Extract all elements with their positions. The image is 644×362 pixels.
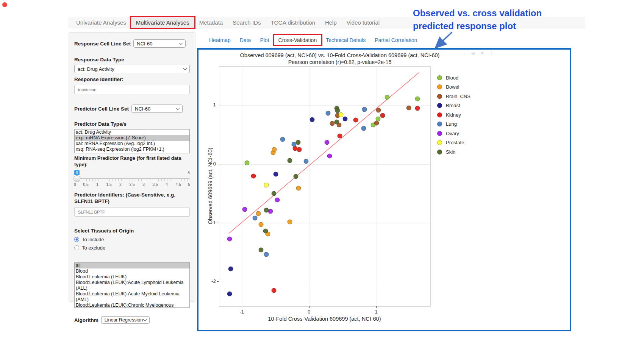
result-tab-partial-correlation[interactable]: Partial Correlation [370, 35, 422, 45]
trend-line [219, 67, 430, 306]
result-tab-plot[interactable]: Plot [255, 35, 274, 45]
scatter-point-ovary [275, 198, 280, 203]
tissue-option-blood-leukemia-leuk-acute-myeloid-leukem[interactable]: Blood:Leukemia (LEUK):Acute Myeloid Leuk… [75, 291, 189, 303]
tissue-option-blood-leukemia-leuk[interactable]: Blood:Leukemia (LEUK) [75, 274, 189, 280]
predictor-cell-line-set-select[interactable]: NCI-60 [131, 105, 183, 113]
slider-tick-label: 2 [119, 183, 122, 187]
tissue-option-blood-leukemia-leuk-acute-lymphoid-leuke[interactable]: Blood:Leukemia (LEUK):Acute Lymphoid Leu… [75, 280, 189, 291]
predictor-identifiers-input[interactable] [74, 207, 190, 217]
scatter-point-prostate [264, 183, 269, 188]
scatter-point-lung [361, 126, 366, 131]
x-tick-label: 1 [375, 309, 378, 315]
slider-tick-label: 4.5 [176, 183, 181, 187]
scatter-point-bowel [272, 147, 277, 152]
result-tab-cross-validation[interactable]: Cross-Validation [274, 35, 322, 45]
tissue-option-all[interactable]: all [75, 263, 189, 268]
algorithm-select[interactable]: Linear Regression [101, 316, 150, 324]
scatter-point-breast [228, 266, 233, 271]
predictor-option-xsq-rna-seq-expression-log2-fpkm-1[interactable]: xsq: RNA-seq Expression (log2 FPKM+1.) [75, 147, 189, 152]
slider-tick-labels: 00.511.522.533.544.55 [74, 183, 190, 187]
slider-tick-label: 0.5 [83, 183, 89, 187]
nav-tab-metadata[interactable]: Metadata [194, 17, 228, 28]
result-tab-heatmap[interactable]: Heatmap [205, 35, 235, 45]
nav-tab-multivariate-analyses[interactable]: Multivariate Analyses [131, 17, 194, 28]
legend-label: Kidney [446, 112, 461, 118]
scatter-point-kidney [380, 113, 385, 118]
x-tick-mark [376, 306, 377, 308]
legend-label: Prostate [446, 140, 464, 145]
y-tick-mark [217, 105, 219, 105]
legend-dot-icon [437, 103, 442, 108]
response-cell-line-set-label: Response Cell Line Set [74, 41, 131, 47]
legend-dot-icon [437, 75, 442, 80]
algorithm-label: Algorithm [74, 317, 98, 323]
scatter-point-kidney [271, 288, 276, 293]
x-tick-label: 0 [308, 309, 311, 315]
slider-tick-label: 1.5 [106, 183, 112, 187]
scatter-point-brain-cns [330, 121, 335, 126]
legend-item-brain-cns[interactable]: Brain_CNS [437, 92, 470, 101]
min-predictor-range-slider[interactable]: 0 5 00.511.522.533.544.55 [74, 170, 190, 188]
nav-tab-search-ids[interactable]: Search IDs [228, 17, 266, 28]
scatter-point-breast [342, 117, 347, 122]
result-tab-technical-details[interactable]: Technical Details [321, 35, 370, 45]
tissue-option-blood-leukemia-leuk-chronic-myelogenous-[interactable]: Blood:Leukemia (LEUK):Chronic Myelogenou… [75, 303, 189, 308]
response-identifier-label: Response Identifier: [74, 76, 190, 83]
chevron-down-icon [179, 41, 183, 45]
annotation-text: Observed vs. cross validation predicted … [413, 7, 542, 33]
x-tick-mark [242, 306, 242, 308]
y-tick-mark [217, 164, 219, 164]
plot-subtitle: Pearson correlation (r)=0.82, p-value=2e… [199, 59, 481, 65]
scatter-point-ovary [324, 140, 329, 145]
y-axis-title: Observed 609699 (act, NCI-60) [207, 129, 213, 243]
nav-tab-help[interactable]: Help [320, 17, 342, 28]
legend-item-kidney[interactable]: Kidney [437, 110, 470, 120]
response-cell-line-set-select[interactable]: NCI-60 [133, 39, 186, 48]
plot-region[interactable] [219, 66, 431, 307]
predictor-option-xai-mrna-expression-avg-log2-int[interactable]: xai: mRNA Expression (Avg. log2 Int.) [75, 141, 189, 147]
legend-item-lung[interactable]: Lung [437, 120, 470, 129]
scatter-point-blood [415, 97, 420, 101]
scatter-point-brain-cns [374, 120, 379, 125]
legend-label: Ovary [446, 131, 459, 136]
legend-item-breast[interactable]: Breast [437, 101, 470, 111]
slider-max-label: 5 [188, 170, 190, 175]
scatter-point-kidney [415, 106, 420, 111]
legend-item-blood[interactable]: Blood [437, 73, 470, 83]
nav-tab-univariate-analyses[interactable]: Univariate Analyses [71, 17, 131, 28]
response-data-type-select[interactable]: act: Drug Activity [74, 65, 190, 73]
scatter-point-bowel [288, 219, 292, 224]
scatter-point-skin [335, 108, 340, 113]
scatter-point-blood [385, 95, 390, 100]
predictor-identifiers-label: Predictor Identifiers: (Case-Sensitive, … [74, 192, 190, 204]
scatter-point-kidney [353, 118, 358, 123]
scatter-point-skin [263, 229, 268, 234]
predictor-option-exp-mrna-expression-z-score[interactable]: exp: mRNA Expression (Z-Score) [75, 135, 189, 141]
more-icon[interactable]: ⋮ [489, 50, 494, 56]
scatter-point-skin [294, 174, 299, 179]
scatter-point-kidney [251, 173, 256, 178]
scatter-point-breast [309, 117, 314, 122]
legend-item-skin[interactable]: Skin [437, 147, 470, 157]
plot-title: Observed 609699 (act, NCI-60) vs. 10-Fol… [199, 52, 481, 58]
predictor-data-types-listbox[interactable]: act: Drug Activityexp: mRNA Expression (… [74, 129, 190, 153]
tissue-listbox[interactable]: allBloodBlood:Leukemia (LEUK)Blood:Leuke… [74, 262, 190, 308]
y-tick-label: 1 [202, 102, 216, 108]
response-identifier-input[interactable] [74, 85, 190, 94]
legend-item-bowel[interactable]: Bowel [437, 83, 470, 92]
result-tab-data[interactable]: Data [235, 35, 256, 45]
to-exclude-label: To exclude [82, 245, 105, 251]
nav-tab-video-tutorial[interactable]: Video tutorial [342, 17, 385, 28]
scatter-point-lung [280, 137, 285, 142]
legend-item-prostate[interactable]: Prostate [437, 138, 470, 148]
legend-dot-icon [437, 112, 442, 117]
tissue-option-blood[interactable]: Blood [75, 268, 189, 274]
chevron-down-icon [143, 318, 147, 321]
nav-tab-tcga-distribution[interactable]: TCGA distribution [266, 17, 320, 28]
sidebar-panel: Response Cell Line Set NCI-60 Response D… [69, 32, 195, 302]
to-exclude-radio[interactable] [74, 245, 79, 250]
predictor-option-act-drug-activity[interactable]: act: Drug Activity [75, 130, 189, 135]
legend-item-ovary[interactable]: Ovary [437, 129, 470, 138]
slider-handle[interactable] [73, 175, 80, 182]
to-include-radio[interactable] [74, 237, 79, 242]
